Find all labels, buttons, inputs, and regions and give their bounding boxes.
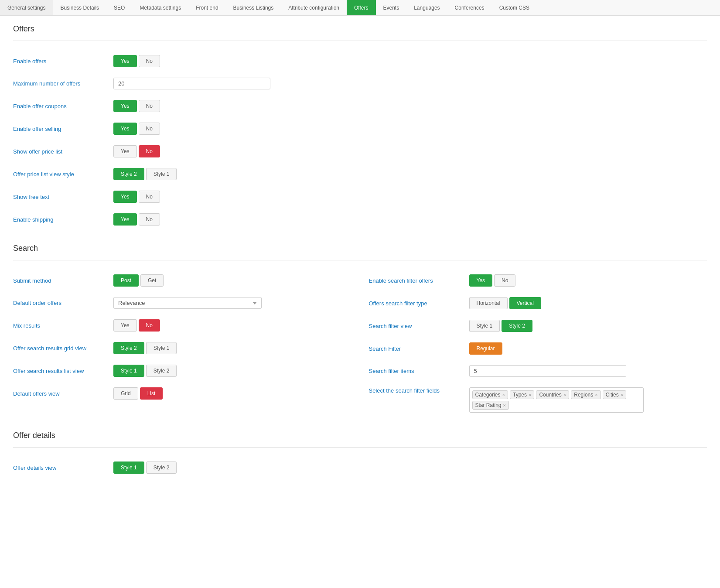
btn-price-style1[interactable]: Style 1 <box>146 168 177 180</box>
btn-price-list-yes[interactable]: Yes <box>113 145 137 157</box>
row-max-offers: Maximum number of offers <box>13 72 707 95</box>
row-show-price-list: Show offer price list Yes No <box>13 140 707 163</box>
btn-horizontal[interactable]: Horizontal <box>469 297 508 309</box>
btn-selling-yes[interactable]: Yes <box>113 123 137 135</box>
tab-business-listings[interactable]: Business Listings <box>226 0 281 15</box>
tab-languages[interactable]: Languages <box>406 0 447 15</box>
select-default-order[interactable]: Relevance Title Date Price <box>113 297 262 309</box>
btn-shipping-yes[interactable]: Yes <box>113 213 137 226</box>
btn-grid-style2[interactable]: Style 2 <box>113 342 144 354</box>
tab-general-settings[interactable]: General settings <box>0 0 53 15</box>
label-mix-results: Mix results <box>13 322 113 329</box>
tab-metadata-settings[interactable]: Metadata settings <box>132 0 188 15</box>
tag-cities-remove[interactable]: × <box>621 392 623 397</box>
row-default-order: Default order offers Relevance Title Dat… <box>13 292 351 314</box>
row-enable-filter-offers: Enable search filter offers Yes No <box>369 269 707 292</box>
row-filter-fields: Select the search filter fields Categori… <box>369 382 707 418</box>
row-price-list-style: Offer price list view style Style 2 Styl… <box>13 163 707 185</box>
search-title: Search <box>13 244 707 253</box>
btn-selling-no[interactable]: No <box>139 123 160 135</box>
control-max-offers <box>113 78 707 89</box>
input-max-offers[interactable] <box>113 78 270 89</box>
label-show-free-text: Show free text <box>13 194 113 200</box>
btn-mix-yes[interactable]: Yes <box>113 319 137 332</box>
btn-filter-offers-no[interactable]: No <box>494 274 515 287</box>
tag-cities-label: Cities <box>606 392 619 398</box>
tag-star-rating[interactable]: Star Rating × <box>472 401 509 410</box>
btn-shipping-no[interactable]: No <box>139 213 160 226</box>
tab-custom-css[interactable]: Custom CSS <box>492 0 537 15</box>
btn-enable-offers-yes[interactable]: Yes <box>113 55 137 67</box>
tag-types[interactable]: Types × <box>510 390 534 399</box>
tab-business-details[interactable]: Business Details <box>53 0 106 15</box>
row-filter-type: Offers search filter type Horizontal Ver… <box>369 292 707 315</box>
tag-categories-remove[interactable]: × <box>502 392 505 397</box>
control-search-filter: Regular <box>469 342 707 355</box>
row-enable-coupons: Enable offer coupons Yes No <box>13 95 707 117</box>
tab-seo[interactable]: SEO <box>106 0 132 15</box>
btn-vertical[interactable]: Vertical <box>509 297 541 309</box>
control-default-view: Grid List <box>113 387 351 400</box>
tab-conferences[interactable]: Conferences <box>447 0 492 15</box>
tab-offers[interactable]: Offers <box>347 0 375 15</box>
tag-regions-remove[interactable]: × <box>595 392 597 397</box>
btn-filter-offers-yes[interactable]: Yes <box>469 274 493 287</box>
control-results-grid-view: Style 2 Style 1 <box>113 342 351 354</box>
search-right-col: Enable search filter offers Yes No Offer… <box>360 269 707 418</box>
tag-cities[interactable]: Cities × <box>603 390 626 399</box>
input-filter-items[interactable] <box>469 365 626 377</box>
btn-filter-style2[interactable]: Style 2 <box>502 320 532 332</box>
tag-countries[interactable]: Countries × <box>536 390 569 399</box>
tab-attribute-configuration[interactable]: Attribute configuration <box>281 0 347 15</box>
label-offer-details-view: Offer details view <box>13 465 113 471</box>
tag-types-remove[interactable]: × <box>529 392 531 397</box>
tag-countries-label: Countries <box>539 392 561 398</box>
btn-price-style2[interactable]: Style 2 <box>113 168 144 180</box>
btn-enable-offers-no[interactable]: No <box>139 55 160 67</box>
offers-title: Offers <box>13 24 707 34</box>
btn-price-list-no[interactable]: No <box>139 145 160 157</box>
btn-get[interactable]: Get <box>140 274 164 287</box>
row-enable-shipping: Enable shipping Yes No <box>13 208 707 231</box>
search-grid: Submit method Post Get Default order off… <box>13 269 707 418</box>
btn-view-list[interactable]: List <box>140 387 163 400</box>
control-filter-fields: Categories × Types × Countries × <box>469 387 707 413</box>
btn-coupons-yes[interactable]: Yes <box>113 100 137 112</box>
tags-container: Categories × Types × Countries × <box>469 387 644 413</box>
control-offer-details-view: Style 1 Style 2 <box>113 462 707 474</box>
row-enable-offers: Enable offers Yes No <box>13 50 707 72</box>
btn-list-style1[interactable]: Style 1 <box>113 365 144 377</box>
btn-regular[interactable]: Regular <box>469 342 502 355</box>
tab-bar: General settings Business Details SEO Me… <box>0 0 720 16</box>
tab-front-end[interactable]: Front end <box>188 0 225 15</box>
btn-free-text-yes[interactable]: Yes <box>113 191 137 203</box>
btn-coupons-no[interactable]: No <box>139 100 160 112</box>
tag-star-rating-remove[interactable]: × <box>503 403 506 408</box>
tag-star-rating-label: Star Rating <box>475 402 502 408</box>
control-enable-filter-offers: Yes No <box>469 274 707 287</box>
btn-view-grid[interactable]: Grid <box>113 387 138 400</box>
row-offer-details-view: Offer details view Style 1 Style 2 <box>13 456 707 479</box>
btn-details-style1[interactable]: Style 1 <box>113 462 144 474</box>
search-divider <box>13 260 707 260</box>
btn-list-style2[interactable]: Style 2 <box>146 365 177 377</box>
control-enable-selling: Yes No <box>113 123 707 135</box>
row-enable-selling: Enable offer selling Yes No <box>13 117 707 140</box>
label-filter-items: Search filter items <box>369 368 469 374</box>
btn-free-text-no[interactable]: No <box>139 191 160 203</box>
tab-events[interactable]: Events <box>376 0 407 15</box>
control-enable-shipping: Yes No <box>113 213 707 226</box>
btn-grid-style1[interactable]: Style 1 <box>146 342 177 354</box>
control-filter-items <box>469 365 707 377</box>
control-filter-view: Style 1 Style 2 <box>469 320 707 332</box>
btn-mix-no[interactable]: No <box>139 319 160 332</box>
offer-details-title: Offer details <box>13 431 707 440</box>
tag-categories[interactable]: Categories × <box>472 390 508 399</box>
btn-details-style2[interactable]: Style 2 <box>146 462 177 474</box>
tag-countries-remove[interactable]: × <box>563 392 566 397</box>
tag-categories-label: Categories <box>475 392 501 398</box>
tag-regions[interactable]: Regions × <box>571 390 601 399</box>
btn-filter-style1[interactable]: Style 1 <box>469 320 500 332</box>
label-search-filter: Search Filter <box>369 345 469 352</box>
btn-post[interactable]: Post <box>113 274 139 287</box>
